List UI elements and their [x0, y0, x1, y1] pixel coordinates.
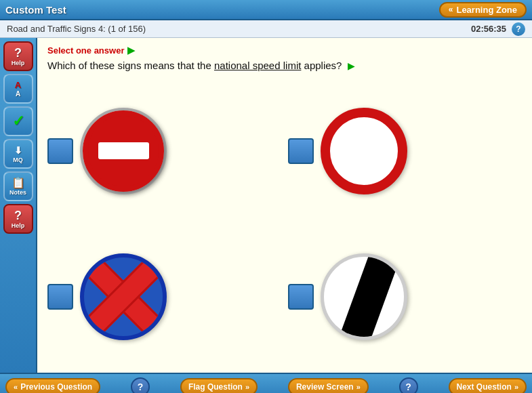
- sidebar-help-bottom-button[interactable]: ? Help: [3, 204, 33, 234]
- sign-no-stopping-wrapper: [80, 253, 167, 340]
- previous-question-button[interactable]: « Previous Question: [5, 378, 100, 393]
- footer: « Previous Question ? Flag Question » Re…: [0, 373, 532, 393]
- answer-option-d[interactable]: [288, 227, 522, 366]
- footer-help-left-button[interactable]: ?: [131, 377, 150, 393]
- sub-header: Road and Traffic Signs 4: (1 of 156) 02:…: [0, 20, 532, 38]
- instruction-line: Select one answer ▶: [47, 45, 522, 56]
- question-arrow-icon: ▶: [348, 60, 355, 71]
- timer-help-button[interactable]: ?: [512, 22, 525, 36]
- content-area: Select one answer ▶ Which of these signs…: [37, 38, 532, 373]
- sidebar-help-bottom-label: Help: [12, 222, 25, 229]
- next-label: Next Question: [457, 382, 512, 392]
- answer-option-b[interactable]: [288, 82, 522, 221]
- mq-arrow-icon: ⬇: [14, 145, 22, 156]
- help-bottom-icon: ?: [14, 209, 22, 222]
- timer-area: 02:56:35 ?: [471, 22, 525, 36]
- sidebar-help-top-label: Help: [12, 60, 25, 66]
- help-top-icon: ?: [14, 47, 22, 59]
- question-text: Which of these signs means that the nati…: [47, 58, 522, 73]
- app-header: Custom Test « Learning Zone: [0, 0, 532, 20]
- sidebar-help-top-button[interactable]: ? Help: [3, 41, 33, 71]
- font-large-icon: A: [15, 80, 21, 90]
- timer: 02:56:35: [471, 24, 506, 34]
- question-header: Select one answer ▶ Which of these signs…: [47, 45, 522, 73]
- sign-no-vehicles: [321, 108, 407, 194]
- instruction-text: Select one answer: [47, 45, 124, 56]
- check-icon: ✓: [12, 114, 24, 129]
- flag-chevron-icon: »: [245, 383, 249, 391]
- answer-option-a[interactable]: [47, 82, 281, 221]
- answer-checkbox-d[interactable]: [288, 284, 314, 310]
- footer-help-left-icon: ?: [138, 381, 144, 392]
- font-small-icon: A: [16, 90, 20, 98]
- answer-checkbox-b[interactable]: [288, 138, 314, 164]
- sidebar-font-button[interactable]: A A: [3, 74, 33, 104]
- answer-grid: [47, 82, 522, 366]
- notes-icon: 📋: [12, 178, 25, 188]
- main-layout: ? Help A A ✓ ⬇ MQ 📋 Notes ? Help Select …: [0, 38, 532, 373]
- flag-question-button[interactable]: Flag Question »: [180, 378, 258, 393]
- answer-checkbox-c[interactable]: [47, 284, 73, 310]
- sidebar-notes-label: Notes: [9, 189, 26, 196]
- footer-help-right-button[interactable]: ?: [399, 377, 418, 393]
- sign-no-entry: [83, 110, 164, 192]
- sidebar: ? Help A A ✓ ⬇ MQ 📋 Notes ? Help: [0, 38, 37, 373]
- sign-no-entry-outer: [80, 108, 167, 194]
- learning-zone-label: Learning Zone: [456, 5, 517, 15]
- previous-label: Previous Question: [20, 382, 92, 392]
- sidebar-mq-label: MQ: [13, 157, 23, 163]
- prev-chevron-icon: «: [14, 383, 18, 391]
- app-title: Custom Test: [5, 4, 66, 16]
- footer-help-right-icon: ?: [405, 381, 411, 392]
- chevron-left-icon: «: [449, 5, 453, 14]
- sidebar-check-button[interactable]: ✓: [3, 106, 33, 136]
- sign-national-speed: [321, 253, 407, 340]
- next-question-button[interactable]: Next Question »: [449, 378, 527, 393]
- sign-no-vehicles-wrapper: [321, 108, 407, 194]
- review-label: Review Screen: [296, 382, 354, 392]
- next-chevron-icon: »: [514, 383, 518, 391]
- answer-option-c[interactable]: [47, 227, 281, 366]
- review-screen-button[interactable]: Review Screen »: [288, 378, 369, 393]
- flag-label: Flag Question: [188, 382, 243, 392]
- sign-no-entry-wrapper: [80, 108, 167, 194]
- sidebar-mq-button[interactable]: ⬇ MQ: [3, 139, 33, 169]
- review-chevron-icon: »: [356, 383, 361, 391]
- sign-no-stopping: [80, 253, 167, 340]
- learning-zone-button[interactable]: « Learning Zone: [439, 2, 527, 18]
- instruction-arrow-icon: ▶: [127, 45, 135, 56]
- breadcrumb: Road and Traffic Signs 4: (1 of 156): [7, 24, 146, 34]
- answer-checkbox-a[interactable]: [47, 138, 73, 164]
- sign-national-speed-stripe: [337, 253, 403, 340]
- sign-national-speed-wrapper: [321, 253, 407, 340]
- sidebar-notes-button[interactable]: 📋 Notes: [3, 171, 33, 201]
